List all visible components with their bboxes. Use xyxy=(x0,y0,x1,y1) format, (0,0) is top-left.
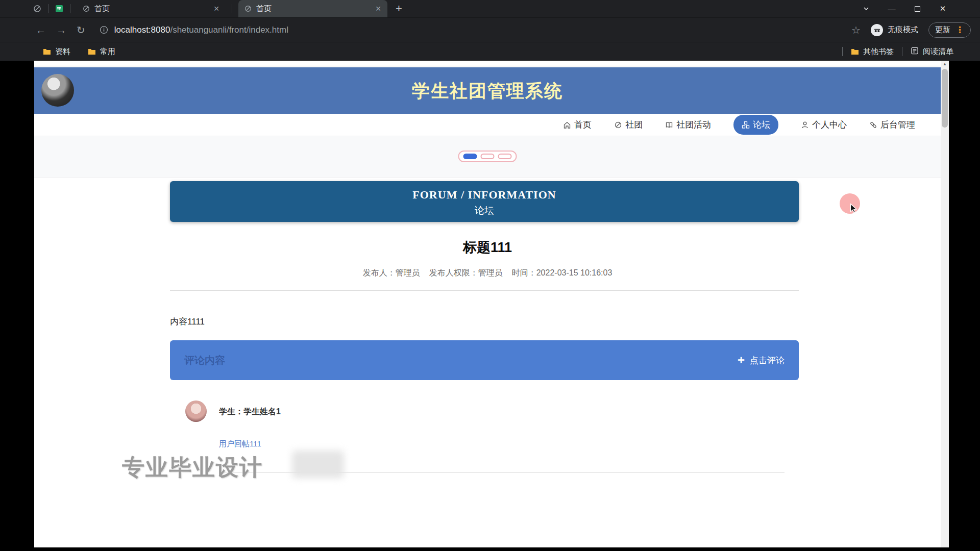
window-controls: — ✕ xyxy=(853,0,980,17)
carousel-dot-active[interactable] xyxy=(463,154,477,159)
bookmark-folder-changyong[interactable]: 常用 xyxy=(88,47,115,57)
circle-slash-icon xyxy=(614,121,622,129)
circle-slash-favicon-icon[interactable] xyxy=(33,4,42,13)
comment-header-bar: 评论内容 + 点击评论 xyxy=(170,340,799,380)
post-publisher-role: 发布人权限：管理员 xyxy=(429,268,503,279)
url-omnibox[interactable]: localhost:8080/shetuanguanli/front/index… xyxy=(95,21,841,39)
update-label: 更新 xyxy=(935,25,950,35)
address-bar: ← → ↻ localhost:8080/shetuanguanli/front… xyxy=(0,17,980,42)
post-content: 内容1111 xyxy=(170,316,205,328)
bookmarks-bar: 资料 常用 其他书签 阅读清单 xyxy=(0,42,980,61)
page-scrollbar[interactable]: ▲ xyxy=(941,61,949,551)
url-host: localhost:8080 xyxy=(114,25,170,35)
site-navbar: 首页 社团 社团活动 论坛 个人中心 后台管理 xyxy=(34,114,941,136)
post-title: 标题111 xyxy=(34,238,941,257)
site-title: 学生社团管理系统 xyxy=(34,67,941,114)
web-page: 学生社团管理系统 首页 社团 社团活动 论坛 个人中心 后台管理 xyxy=(34,61,941,551)
green-sheet-favicon-icon[interactable] xyxy=(55,4,64,13)
carousel-dot[interactable] xyxy=(498,154,512,159)
minimize-button[interactable]: — xyxy=(879,0,904,17)
bookmark-label: 阅读清单 xyxy=(923,47,953,57)
browser-tab-2-active[interactable]: 首页 ✕ xyxy=(238,0,387,17)
tab-close-icon[interactable]: ✕ xyxy=(213,5,219,13)
folder-icon xyxy=(851,48,859,55)
browser-chrome: 首页 ✕ 首页 ✕ + — ✕ ← → ↻ localhost:8080/she… xyxy=(0,0,980,61)
new-tab-button[interactable]: + xyxy=(396,3,402,14)
forward-icon[interactable]: → xyxy=(56,25,66,35)
plus-icon: + xyxy=(738,354,745,366)
tab-favicon-icon xyxy=(83,5,90,12)
comment-author: 学生：学生姓名1 xyxy=(219,407,281,417)
incognito-label: 无痕模式 xyxy=(888,25,918,35)
browser-tab-1[interactable]: 首页 ✕ xyxy=(77,0,226,17)
person-icon xyxy=(801,121,809,129)
mouse-cursor-icon xyxy=(848,203,859,214)
scrollbar-thumb[interactable] xyxy=(942,69,948,128)
nav-label: 首页 xyxy=(574,119,592,131)
book-icon xyxy=(665,121,673,129)
commenter-avatar xyxy=(185,400,207,422)
tab-separator xyxy=(70,4,70,13)
grid-icon xyxy=(742,121,750,129)
url-path: /shetuanguanli/front/index.html xyxy=(170,25,288,35)
reading-list-icon xyxy=(911,47,919,56)
tab-separator xyxy=(232,4,232,13)
bookmark-label: 资料 xyxy=(55,47,70,57)
nav-item-activities[interactable]: 社团活动 xyxy=(665,119,711,131)
bookmarks-separator xyxy=(902,47,902,56)
update-button[interactable]: 更新 ⋮ xyxy=(928,22,971,38)
bookmark-label: 其他书签 xyxy=(863,47,894,57)
post-time: 时间：2022-03-15 10:16:03 xyxy=(512,268,612,279)
carousel-indicators xyxy=(458,151,517,162)
nav-item-admin[interactable]: 后台管理 xyxy=(869,119,915,131)
nav-item-clubs[interactable]: 社团 xyxy=(614,119,643,131)
nav-label: 社团活动 xyxy=(676,119,711,131)
tab-title: 首页 xyxy=(256,4,371,14)
nav-item-forum-active[interactable]: 论坛 xyxy=(733,115,778,135)
divider xyxy=(170,290,799,291)
nav-label: 后台管理 xyxy=(880,119,915,131)
tab-title: 首页 xyxy=(94,4,209,14)
maximize-button[interactable] xyxy=(904,0,930,17)
link-icon xyxy=(869,121,877,129)
site-header: 学生社团管理系统 xyxy=(34,67,941,114)
post-meta: 发布人：管理员 发布人权限：管理员 时间：2022-03-15 10:16:03 xyxy=(34,268,941,279)
other-bookmarks-folder[interactable]: 其他书签 xyxy=(851,47,894,57)
tab-close-icon[interactable]: ✕ xyxy=(375,5,381,13)
folder-icon xyxy=(88,48,96,55)
scrollbar-up-arrow-icon[interactable]: ▲ xyxy=(941,62,949,66)
comment-reply-link[interactable]: 用户回帖111 xyxy=(219,439,261,449)
forum-banner: FORUM / INFORMATION 论坛 xyxy=(170,181,799,222)
reading-list-button[interactable]: 阅读清单 xyxy=(911,47,953,57)
bookmarks-separator xyxy=(842,47,843,56)
kebab-menu-icon[interactable]: ⋮ xyxy=(955,24,964,35)
close-window-button[interactable]: ✕ xyxy=(930,0,955,17)
banner-title-en: FORUM / INFORMATION xyxy=(170,188,799,202)
nav-label: 个人中心 xyxy=(812,119,847,131)
comment-bar-watermark: 评论内容 xyxy=(184,354,225,367)
nav-item-home[interactable]: 首页 xyxy=(563,119,592,131)
nav-item-personal-center[interactable]: 个人中心 xyxy=(801,119,847,131)
chevron-down-icon[interactable] xyxy=(853,0,879,17)
url-text[interactable]: localhost:8080/shetuanguanli/front/index… xyxy=(114,25,288,35)
bookmark-label: 常用 xyxy=(100,47,115,57)
tab-separator xyxy=(48,4,48,13)
post-publisher: 发布人：管理员 xyxy=(363,268,420,279)
banner-title-zh: 论坛 xyxy=(170,204,799,217)
bookmark-star-icon[interactable]: ☆ xyxy=(851,25,861,35)
watermark-text: 专业毕业设计 xyxy=(122,453,263,483)
add-comment-label: 点击评论 xyxy=(750,355,785,366)
bookmark-folder-ziliao[interactable]: 资料 xyxy=(43,47,70,57)
home-icon xyxy=(563,121,571,129)
nav-label: 论坛 xyxy=(753,119,770,131)
incognito-chip: 无痕模式 xyxy=(871,24,918,36)
letterbox-bottom xyxy=(0,547,980,551)
back-icon[interactable]: ← xyxy=(36,25,46,35)
carousel-dot[interactable] xyxy=(481,154,495,159)
incognito-icon xyxy=(871,24,883,36)
add-comment-button[interactable]: + 点击评论 xyxy=(738,354,785,366)
info-icon[interactable] xyxy=(100,26,108,34)
reload-icon[interactable]: ↻ xyxy=(77,25,85,35)
tab-favicon-icon xyxy=(244,5,252,12)
nav-label: 社团 xyxy=(625,119,643,131)
